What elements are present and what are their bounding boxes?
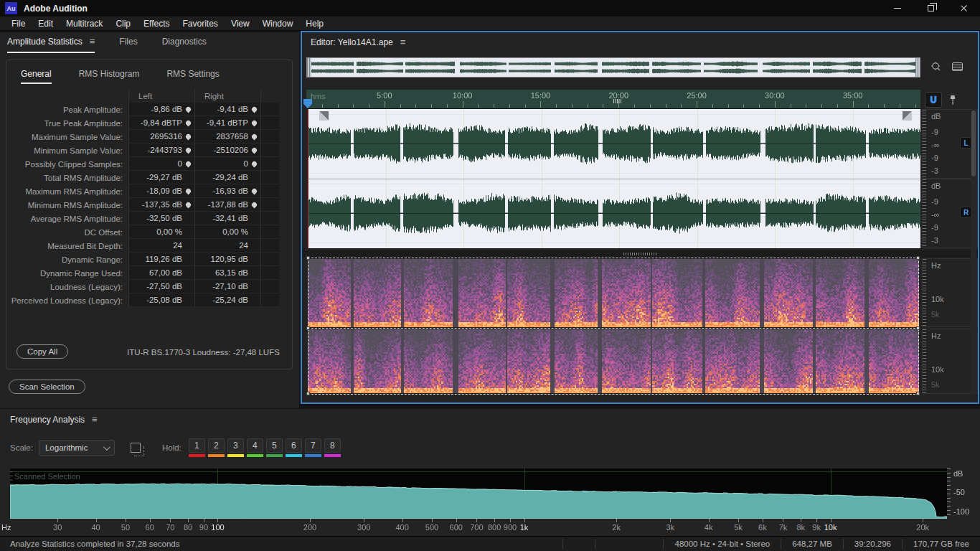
hold-button-7[interactable]: 7	[305, 438, 321, 457]
stat-value-cell[interactable]: -16,93 dB	[194, 184, 260, 198]
minimize-button[interactable]	[881, 0, 914, 17]
location-pin-icon[interactable]	[185, 146, 192, 154]
frequency-plot[interactable]	[10, 468, 947, 519]
menu-item-favorites[interactable]: Favorites	[176, 17, 225, 30]
stat-value-cell[interactable]: -2443793	[128, 143, 194, 157]
editor-menu-icon[interactable]	[400, 37, 406, 47]
stat-value-cell[interactable]: 119,26 dB	[128, 253, 194, 266]
stat-value-cell[interactable]: 0,00 %	[194, 225, 260, 239]
spectrogram-right[interactable]	[308, 329, 919, 393]
stat-value-cell[interactable]: 67,00 dB	[128, 266, 194, 280]
pin-marker-icon[interactable]	[946, 93, 959, 107]
editor-vertical-scrollbar[interactable]	[971, 109, 976, 395]
divider-grip[interactable]	[623, 253, 656, 255]
stat-value-cell[interactable]: 0,00 %	[128, 225, 194, 239]
scrollbar-thumb[interactable]	[971, 110, 976, 176]
location-pin-icon[interactable]	[251, 187, 258, 194]
menu-item-edit[interactable]: Edit	[32, 17, 60, 30]
location-pin-icon[interactable]	[251, 119, 258, 126]
sub-tab-rms-histogram[interactable]: RMS Histogram	[79, 69, 140, 84]
menu-item-view[interactable]: View	[225, 17, 256, 30]
editor-tab[interactable]: Editor: Yello14A1.ape	[311, 37, 405, 47]
overview-navigator[interactable]	[306, 57, 920, 77]
hold-button-2[interactable]: 2	[208, 438, 225, 457]
stat-value-cell[interactable]: -2510206	[194, 143, 260, 157]
playhead-line[interactable]	[308, 109, 308, 248]
frequency-analysis-tab[interactable]: Frequency Analysis	[10, 415, 98, 425]
waveform-display[interactable]	[308, 109, 920, 248]
selection-handle[interactable]	[306, 392, 310, 395]
selection-handle[interactable]	[916, 392, 920, 395]
stat-value-cell[interactable]: -32,50 dB	[128, 212, 194, 225]
selection-handle[interactable]	[306, 256, 310, 260]
stat-value-cell[interactable]: 0	[128, 157, 194, 171]
snap-toggle[interactable]	[925, 92, 942, 108]
stat-value-cell[interactable]: 0	[194, 157, 260, 171]
selection-handle[interactable]	[916, 326, 920, 330]
freq-panel-menu-icon[interactable]	[92, 415, 98, 424]
close-button[interactable]	[947, 0, 980, 17]
selection-handle[interactable]	[916, 256, 920, 260]
hold-button-3[interactable]: 3	[227, 438, 244, 457]
timeline-ruler[interactable]	[306, 90, 920, 109]
location-pin-icon[interactable]	[185, 160, 192, 167]
copy-all-button[interactable]: Copy All	[17, 344, 68, 359]
sub-tab-general[interactable]: General	[21, 69, 52, 84]
menu-item-multitrack[interactable]: Multitrack	[60, 17, 109, 30]
scan-selection-button[interactable]: Scan Selection	[9, 380, 85, 394]
stat-value-cell[interactable]: -29,24 dB	[194, 171, 260, 184]
menu-item-clip[interactable]: Clip	[109, 17, 137, 30]
stat-value-cell[interactable]: -9,84 dBTP	[128, 116, 194, 130]
tab-amplitude-statistics[interactable]: Amplitude Statistics	[7, 37, 95, 53]
location-pin-icon[interactable]	[251, 105, 258, 113]
menu-item-window[interactable]: Window	[256, 17, 300, 30]
fade-in-handle[interactable]	[319, 111, 329, 121]
location-pin-icon[interactable]	[185, 119, 192, 126]
stat-value-cell[interactable]: -25,08 dB	[128, 293, 194, 307]
scale-dropdown[interactable]: Logarithmic	[39, 440, 115, 456]
spectrogram-left[interactable]	[308, 259, 919, 327]
stat-value-cell[interactable]: -9,86 dB	[128, 103, 194, 116]
stat-value-cell[interactable]: 120,95 dB	[194, 253, 260, 266]
tab-files[interactable]: Files	[119, 37, 137, 53]
zoom-navigate-icon[interactable]	[928, 60, 943, 74]
stat-value-cell[interactable]: -25,24 dB	[194, 293, 260, 307]
stat-value-cell[interactable]: -18,09 dB	[128, 184, 194, 198]
stat-value-cell[interactable]: 63,15 dB	[194, 266, 260, 280]
copy-graph-icon[interactable]	[131, 443, 141, 453]
hold-button-1[interactable]: 1	[189, 438, 205, 457]
overview-waveform[interactable]	[311, 58, 915, 77]
location-pin-icon[interactable]	[185, 105, 192, 113]
location-pin-icon[interactable]	[185, 133, 192, 140]
restore-button[interactable]	[914, 0, 947, 17]
stat-value-cell[interactable]: 24	[128, 239, 194, 253]
location-pin-icon[interactable]	[251, 146, 258, 154]
location-pin-icon[interactable]	[251, 160, 258, 167]
stat-value-cell[interactable]: -137,88 dB	[194, 198, 260, 212]
location-pin-icon[interactable]	[185, 187, 192, 194]
location-pin-icon[interactable]	[251, 201, 258, 208]
fade-out-handle[interactable]	[903, 111, 912, 121]
stat-value-cell[interactable]: 2695316	[128, 130, 194, 143]
location-pin-icon[interactable]	[251, 133, 258, 140]
hold-button-8[interactable]: 8	[324, 438, 341, 457]
selection-handle[interactable]	[306, 326, 310, 330]
menu-item-file[interactable]: File	[5, 17, 32, 30]
menu-item-effects[interactable]: Effects	[137, 17, 176, 30]
stat-value-cell[interactable]: 2837658	[194, 130, 260, 143]
stat-value-cell[interactable]: -9,41 dB	[194, 103, 260, 116]
overview-right-handle[interactable]	[915, 58, 920, 77]
stat-value-cell[interactable]: -27,50 dB	[128, 280, 194, 293]
location-pin-icon[interactable]	[185, 201, 192, 208]
panel-menu-icon[interactable]	[90, 37, 95, 46]
stat-value-cell[interactable]: 24	[194, 239, 260, 253]
hold-button-4[interactable]: 4	[247, 438, 263, 457]
hold-button-5[interactable]: 5	[266, 438, 283, 457]
waveform-spectral-divider[interactable]	[302, 250, 978, 258]
display-mode-icon[interactable]	[949, 60, 965, 74]
sub-tab-rms-settings[interactable]: RMS Settings	[166, 69, 219, 84]
stat-value-cell[interactable]: -32,41 dB	[194, 212, 260, 225]
stat-value-cell[interactable]: -9,41 dBTP	[194, 116, 260, 130]
stat-value-cell[interactable]: -29,27 dB	[128, 171, 194, 184]
tab-diagnostics[interactable]: Diagnostics	[162, 37, 207, 53]
